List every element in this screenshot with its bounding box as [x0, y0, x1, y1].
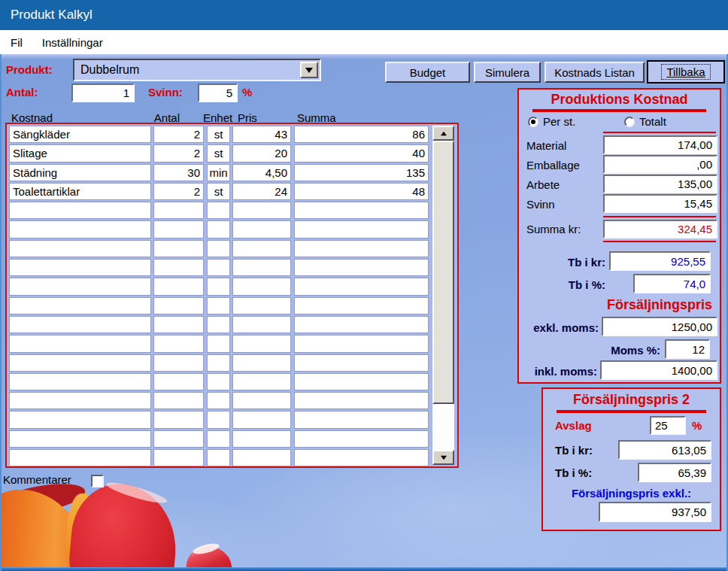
tb-kr-2-box[interactable]: 613,05 [618, 440, 711, 460]
table-cell-pris[interactable] [232, 430, 291, 448]
table-cell-kostnad[interactable] [9, 354, 151, 372]
table-cell-enhet[interactable]: st [207, 144, 230, 162]
table-cell-enhet[interactable] [207, 259, 230, 276]
table-cell-summa[interactable] [294, 220, 429, 238]
table-cell-enhet[interactable] [207, 354, 230, 372]
table-cell-kostnad[interactable] [9, 449, 151, 466]
svinn-input[interactable]: 5 [198, 84, 238, 102]
table-cell-kostnad[interactable] [9, 392, 151, 409]
table-cell-enhet[interactable] [207, 373, 230, 390]
tillbaka-button[interactable]: Tillbaka [647, 60, 725, 84]
arbete-input[interactable]: 135,00 [603, 175, 717, 193]
table-cell-pris[interactable]: 4,50 [232, 164, 291, 181]
table-cell-kostnad[interactable] [9, 373, 151, 390]
table-cell-kostnad[interactable]: Toalettartiklar [9, 183, 151, 200]
menu-installningar[interactable]: Inställningar [42, 36, 103, 49]
table-cell-enhet[interactable] [207, 278, 230, 295]
table-cell-summa[interactable]: 86 [294, 126, 429, 143]
table-cell-pris[interactable] [232, 278, 291, 295]
table-cell-pris[interactable] [232, 259, 291, 276]
table-cell-enhet[interactable] [207, 240, 230, 257]
scroll-down-button[interactable] [432, 450, 454, 465]
table-cell-enhet[interactable] [207, 335, 230, 352]
table-cell-pris[interactable] [232, 392, 291, 409]
table-cell-pris[interactable] [232, 240, 291, 257]
table-cell-antal[interactable] [153, 354, 204, 372]
table-cell-kostnad[interactable] [9, 220, 151, 238]
scrollbar-thumb[interactable] [432, 141, 454, 404]
table-cell-enhet[interactable]: st [207, 183, 230, 200]
tb-pct-2-box[interactable]: 65,39 [638, 463, 711, 482]
table-cell-kostnad[interactable]: Sängkläder [9, 126, 151, 143]
table-cell-kostnad[interactable] [9, 316, 151, 333]
product-dropdown[interactable]: Dubbelrum [73, 59, 321, 81]
table-cell-pris[interactable] [232, 335, 291, 352]
table-cell-summa[interactable] [294, 354, 429, 372]
table-cell-kostnad[interactable] [9, 278, 151, 295]
table-cell-enhet[interactable]: min [207, 164, 230, 181]
table-cell-summa[interactable] [294, 259, 429, 276]
table-cell-enhet[interactable] [207, 220, 230, 238]
simulera-button[interactable]: Simulera [474, 62, 541, 83]
table-cell-pris[interactable]: 20 [232, 144, 291, 162]
svinn-cost-input[interactable]: 15,45 [603, 194, 717, 213]
table-cell-enhet[interactable] [207, 297, 230, 314]
radio-per-st[interactable]: Per st. [528, 115, 575, 128]
table-cell-antal[interactable] [153, 411, 204, 428]
table-cell-pris[interactable] [232, 202, 291, 219]
table-cell-antal[interactable]: 30 [153, 164, 204, 181]
table-cell-kostnad[interactable]: Städning [9, 164, 151, 181]
table-cell-enhet[interactable] [207, 392, 230, 409]
table-cell-summa[interactable] [294, 392, 429, 409]
table-cell-summa[interactable] [294, 278, 429, 295]
table-cell-antal[interactable] [153, 259, 204, 276]
table-cell-kostnad[interactable] [9, 411, 151, 428]
radio-totalt[interactable]: Totalt [624, 115, 666, 128]
table-cell-summa[interactable]: 40 [294, 144, 429, 162]
table-cell-pris[interactable] [232, 411, 291, 428]
table-cell-antal[interactable] [153, 202, 204, 219]
table-cell-antal[interactable]: 2 [153, 144, 204, 162]
table-cell-antal[interactable]: 2 [153, 126, 204, 143]
menu-fil[interactable]: Fil [11, 36, 23, 49]
tb-kr-box[interactable]: 925,55 [609, 251, 711, 271]
table-cell-kostnad[interactable] [9, 240, 151, 257]
table-cell-summa[interactable] [294, 202, 429, 219]
table-cell-summa[interactable] [294, 240, 429, 257]
table-cell-antal[interactable] [153, 430, 204, 448]
scroll-up-button[interactable] [432, 126, 454, 141]
table-cell-pris[interactable] [232, 220, 291, 238]
table-cell-summa[interactable] [294, 411, 429, 428]
antal-input[interactable]: 1 [71, 84, 135, 102]
table-cell-pris[interactable] [232, 297, 291, 314]
table-cell-pris[interactable] [232, 373, 291, 390]
table-cell-kostnad[interactable] [9, 430, 151, 448]
table-cell-antal[interactable] [153, 297, 204, 314]
table-cell-enhet[interactable] [207, 202, 230, 219]
table-cell-antal[interactable] [153, 335, 204, 352]
table-cell-antal[interactable] [153, 392, 204, 409]
table-cell-enhet[interactable] [207, 449, 230, 466]
table-cell-antal[interactable] [153, 240, 204, 257]
table-cell-pris[interactable]: 24 [232, 183, 291, 200]
table-cell-antal[interactable] [153, 373, 204, 390]
table-cell-antal[interactable] [153, 220, 204, 238]
exkl-moms-box[interactable]: 1250,00 [602, 317, 717, 336]
table-cell-pris[interactable] [232, 316, 291, 333]
table-cell-enhet[interactable] [207, 430, 230, 448]
table-cell-antal[interactable] [153, 278, 204, 295]
table-cell-summa[interactable]: 135 [294, 164, 429, 181]
table-cell-summa[interactable] [294, 297, 429, 314]
table-cell-pris[interactable] [232, 354, 291, 372]
table-cell-summa[interactable] [294, 449, 429, 466]
table-cell-summa[interactable] [294, 373, 429, 390]
dropdown-button[interactable] [300, 62, 318, 78]
table-cell-kostnad[interactable] [9, 202, 151, 219]
pris-exkl-box[interactable]: 937,50 [599, 502, 711, 522]
inkl-moms-box[interactable]: 1400,00 [600, 360, 717, 380]
table-cell-kostnad[interactable] [9, 259, 151, 276]
table-cell-antal[interactable] [153, 449, 204, 466]
kommentarer-checkbox[interactable] [91, 475, 104, 487]
budget-button[interactable]: Budget [385, 62, 470, 83]
avslag-input[interactable]: 25 [650, 416, 686, 435]
